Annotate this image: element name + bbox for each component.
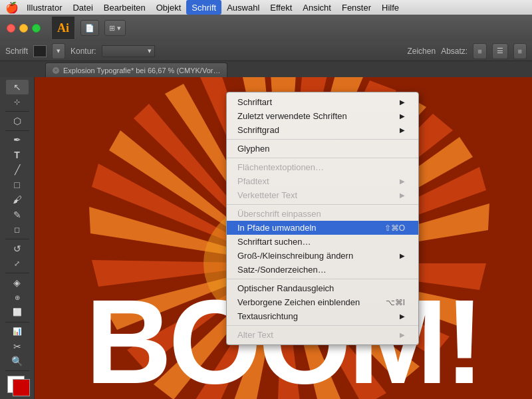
close-button[interactable] [7, 24, 15, 33]
new-doc-button[interactable]: 📄 [80, 20, 99, 36]
tool-separator-5 [5, 322, 29, 323]
menu-alter-text: Alter Text ▶ [227, 328, 418, 342]
tool-rotate[interactable]: ↺ [6, 241, 29, 256]
menu-ueberschrift: Überschrift einpassen [227, 207, 418, 221]
tool-separator-6 [5, 370, 29, 371]
arrange-button[interactable]: ⊞ ▾ [104, 20, 126, 36]
menu-datei[interactable]: Datei [67, 0, 98, 15]
alter-text-arrow: ▶ [400, 331, 405, 338]
separator-4 [227, 279, 418, 279]
tool-direct-selection[interactable]: ⊹ [6, 95, 29, 110]
arrange-icon: ⊞ [109, 24, 115, 33]
traffic-lights [7, 24, 41, 33]
menu-hilfe[interactable]: Hilfe [376, 0, 404, 15]
recent-fonts-arrow: ▶ [400, 112, 405, 120]
tabbar: × Explosion Typografie* bei 66,67 % (CMY… [0, 61, 532, 77]
tool-separator-2 [5, 130, 29, 131]
menu-schriftgrad[interactable]: Schriftgrad ▶ [227, 123, 418, 137]
apple-menu[interactable]: 🍎 [5, 0, 19, 15]
menu-glyphen[interactable]: Glyphen [227, 142, 418, 156]
tool-rectangle[interactable]: □ [6, 178, 29, 192]
tool-chart[interactable]: 📊 [6, 325, 29, 339]
color-swatch-area [3, 376, 31, 396]
zeichen-label[interactable]: Zeichen [407, 47, 436, 56]
menu-schriftart-suchen[interactable]: Schriftart suchen… [227, 235, 418, 249]
verborgene-shortcut: ⌥⌘I [386, 298, 405, 307]
menu-satz-sonderzeichen[interactable]: Satz-/Sonderzeichen… [227, 263, 418, 277]
menu-textausrichtung[interactable]: Textausrichtung ▶ [227, 309, 418, 323]
menu-optischer-randausgleich[interactable]: Optischer Randausgleich [227, 281, 418, 295]
tab-title: Explosion Typografie* bei 66,67 % (CMYK/… [63, 66, 220, 74]
kontur-dropdown[interactable]: ▾ [102, 45, 155, 57]
fullscreen-button[interactable] [32, 24, 41, 33]
menu-flaechentextoptionen: Flächentextoptionen… [227, 160, 418, 174]
kontur-arrow: ▾ [148, 47, 152, 55]
schrift-label: Schrift [5, 47, 28, 56]
tool-zoom[interactable]: 🔍 [6, 354, 29, 369]
separator-5 [227, 325, 418, 326]
menu-fenster[interactable]: Fenster [336, 0, 376, 15]
menu-bearbeiten[interactable]: Bearbeiten [98, 0, 151, 15]
gross-klein-arrow: ▶ [400, 252, 405, 259]
kontur-label: Kontur: [70, 47, 96, 56]
separator-3 [227, 204, 418, 205]
tool-separator-3 [5, 239, 29, 239]
align-right-btn[interactable]: ≡ [513, 43, 527, 59]
tool-eraser[interactable]: ◻ [6, 223, 29, 237]
app-logo: Ai [51, 16, 75, 40]
menubar: 🍎 Illustrator Datei Bearbeiten Objekt Sc… [0, 0, 532, 15]
align-left-btn[interactable]: ≡ [473, 43, 486, 59]
fill-icon: ▾ [57, 47, 61, 55]
menu-auswahl[interactable]: Auswahl [221, 0, 265, 15]
arrange-dropdown-icon: ▾ [117, 24, 121, 33]
separator-2 [227, 158, 418, 158]
tool-line[interactable]: ╱ [6, 162, 29, 177]
menu-verketteter-text: Verketteter Text ▶ [227, 188, 418, 202]
menu-gross-kleinschreibung[interactable]: Groß-/Kleinschreibung ändern ▶ [227, 249, 418, 263]
tab-close-button[interactable]: × [53, 67, 59, 74]
tool-pen[interactable]: ✒ [6, 132, 29, 147]
schriftart-arrow: ▶ [400, 98, 405, 106]
in-pfade-shortcut: ⇧⌘O [384, 223, 405, 233]
menu-pfadtext: Pfadtext ▶ [227, 174, 418, 188]
tool-separator-1 [5, 111, 29, 112]
fill-options[interactable]: ▾ [52, 43, 65, 59]
tool-pencil[interactable]: ✎ [6, 207, 29, 222]
tool-lasso[interactable]: ⬡ [6, 114, 29, 128]
new-doc-icon: 📄 [85, 24, 94, 33]
menu-schriftart[interactable]: Schriftart ▶ [227, 95, 418, 109]
schriftgrad-arrow: ▶ [400, 126, 405, 134]
minimize-button[interactable] [19, 24, 28, 33]
tool-live-paint[interactable]: ⬜ [6, 305, 29, 320]
menu-recent-fonts[interactable]: Zuletzt verwendete Schriften ▶ [227, 109, 418, 123]
tool-scale[interactable]: ⤢ [6, 257, 29, 271]
document-tab[interactable]: × Explosion Typografie* bei 66,67 % (CMY… [45, 63, 227, 77]
tool-selection[interactable]: ↖ [6, 80, 29, 94]
menu-in-pfade-umwandeln[interactable]: In Pfade umwandeln ⇧⌘O [227, 221, 418, 235]
tool-text[interactable]: T [6, 148, 29, 162]
optionsbar: Schrift ▾ Kontur: ▾ Zeichen Absatz: ≡ ☰ … [0, 41, 532, 61]
pfadtext-arrow: ▶ [400, 178, 405, 185]
separator-1 [227, 139, 418, 140]
background-color[interactable] [13, 379, 30, 396]
titlebar: Ai 📄 ⊞ ▾ [0, 15, 532, 41]
menu-ansicht[interactable]: Ansicht [297, 0, 336, 15]
menu-objekt[interactable]: Objekt [151, 0, 187, 15]
main-area: ↖ ⊹ ⬡ ✒ T ╱ □ 🖌 ✎ ◻ ↺ ⤢ ◈ ⊕ ⬜ 📊 ✂ 🔍 [0, 77, 532, 399]
tool-mesh[interactable]: ⊕ [6, 291, 29, 305]
textausrichtung-arrow: ▶ [400, 313, 405, 320]
menu-illustrator[interactable]: Illustrator [21, 0, 67, 15]
align-center-btn[interactable]: ☰ [492, 43, 508, 59]
absatz-label[interactable]: Absatz: [441, 47, 467, 56]
tool-scissors[interactable]: ✂ [6, 339, 29, 354]
toolbox: ↖ ⊹ ⬡ ✒ T ╱ □ 🖌 ✎ ◻ ↺ ⤢ ◈ ⊕ ⬜ 📊 ✂ 🔍 [0, 77, 35, 399]
menu-schrift[interactable]: Schrift [186, 0, 221, 15]
fill-color-swatch[interactable] [33, 45, 47, 57]
tool-paintbrush[interactable]: 🖌 [6, 193, 29, 207]
menu-effekt[interactable]: Effekt [265, 0, 297, 15]
menu-verborgene-zeichen[interactable]: Verborgene Zeichen einblenden ⌥⌘I [227, 295, 418, 309]
tool-separator-4 [5, 273, 29, 273]
verketteter-text-arrow: ▶ [400, 192, 405, 199]
tool-gradient[interactable]: ◈ [6, 275, 29, 290]
schrift-menu[interactable]: Schriftart ▶ Zuletzt verwendete Schrifte… [226, 92, 419, 345]
